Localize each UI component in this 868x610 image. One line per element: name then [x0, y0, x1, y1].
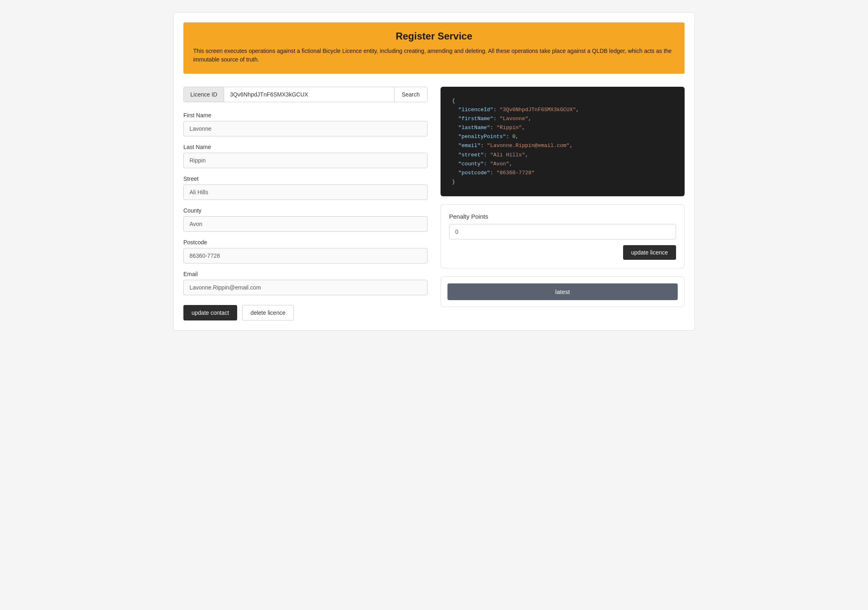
main-layout: Licence ID Search First Name Last Name S…	[183, 87, 685, 320]
latest-card: latest	[441, 276, 685, 307]
update-licence-button[interactable]: update licence	[623, 245, 676, 260]
banner: Register Service This screen executes op…	[183, 22, 685, 74]
last-name-label: Last Name	[183, 144, 427, 150]
county-input[interactable]	[183, 216, 427, 232]
json-code-block: { "licenceId": "3Qv6NhpdJTnF6SMX3kGCUX",…	[441, 87, 685, 196]
right-column: { "licenceId": "3Qv6NhpdJTnF6SMX3kGCUX",…	[441, 87, 685, 320]
last-name-group: Last Name	[183, 144, 427, 168]
outer-card: Register Service This screen executes op…	[173, 12, 695, 331]
last-name-input[interactable]	[183, 153, 427, 168]
licence-id-label: Licence ID	[184, 87, 224, 102]
first-name-label: First Name	[183, 112, 427, 118]
email-label: Email	[183, 271, 427, 277]
penalty-points-input[interactable]	[449, 224, 676, 239]
penalty-points-label: Penalty Points	[449, 213, 676, 220]
banner-title: Register Service	[193, 31, 675, 42]
postcode-input[interactable]	[183, 248, 427, 263]
bottom-buttons: update contact delete licence	[183, 305, 427, 320]
search-row: Licence ID Search	[183, 87, 427, 102]
update-contact-button[interactable]: update contact	[183, 305, 237, 320]
latest-button[interactable]: latest	[447, 283, 678, 300]
street-label: Street	[183, 176, 427, 182]
banner-description: This screen executes operations against …	[193, 47, 675, 64]
county-label: County	[183, 207, 427, 214]
licence-id-input[interactable]	[224, 87, 394, 102]
email-input[interactable]	[183, 280, 427, 295]
penalty-btn-row: update licence	[449, 245, 676, 260]
search-button[interactable]: Search	[394, 87, 427, 102]
first-name-group: First Name	[183, 112, 427, 136]
delete-licence-button[interactable]: delete licence	[242, 305, 294, 320]
street-group: Street	[183, 176, 427, 200]
postcode-group: Postcode	[183, 239, 427, 263]
email-group: Email	[183, 271, 427, 295]
left-column: Licence ID Search First Name Last Name S…	[183, 87, 427, 320]
county-group: County	[183, 207, 427, 232]
street-input[interactable]	[183, 184, 427, 200]
postcode-label: Postcode	[183, 239, 427, 246]
penalty-card: Penalty Points update licence	[441, 204, 685, 268]
first-name-input[interactable]	[183, 121, 427, 136]
